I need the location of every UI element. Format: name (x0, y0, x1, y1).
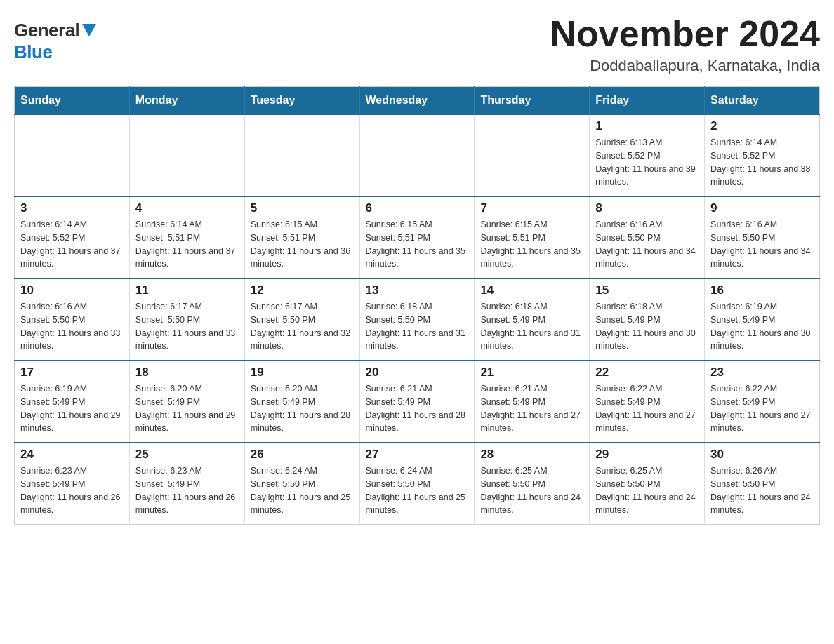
logo-blue-text: Blue (14, 41, 52, 63)
day-info: Sunrise: 6:14 AMSunset: 5:52 PMDaylight:… (20, 218, 124, 271)
calendar-cell: 24Sunrise: 6:23 AMSunset: 5:49 PMDayligh… (15, 443, 130, 525)
day-info: Sunrise: 6:13 AMSunset: 5:52 PMDaylight:… (595, 136, 699, 189)
day-number: 28 (480, 448, 583, 462)
calendar-table: SundayMondayTuesdayWednesdayThursdayFrid… (14, 86, 820, 525)
day-info: Sunrise: 6:20 AMSunset: 5:49 PMDaylight:… (135, 382, 239, 435)
day-number: 29 (595, 448, 699, 462)
location-title: Doddaballapura, Karnataka, India (550, 57, 820, 75)
calendar-week-row: 3Sunrise: 6:14 AMSunset: 5:52 PMDaylight… (15, 196, 820, 279)
calendar-cell: 17Sunrise: 6:19 AMSunset: 5:49 PMDayligh… (15, 361, 130, 443)
day-number: 13 (366, 283, 469, 297)
day-number: 23 (710, 365, 814, 380)
day-number: 11 (135, 283, 239, 297)
calendar-cell: 28Sunrise: 6:25 AMSunset: 5:50 PMDayligh… (475, 443, 590, 525)
day-number: 19 (251, 365, 354, 380)
weekday-header-friday: Friday (590, 87, 705, 115)
day-info: Sunrise: 6:23 AMSunset: 5:49 PMDaylight:… (20, 464, 124, 517)
day-info: Sunrise: 6:22 AMSunset: 5:49 PMDaylight:… (595, 382, 699, 435)
day-number: 10 (20, 283, 124, 297)
day-number: 14 (480, 283, 583, 297)
calendar-cell: 19Sunrise: 6:20 AMSunset: 5:49 PMDayligh… (244, 361, 359, 443)
calendar-cell (475, 114, 590, 196)
day-info: Sunrise: 6:16 AMSunset: 5:50 PMDaylight:… (595, 218, 699, 271)
calendar-cell: 10Sunrise: 6:16 AMSunset: 5:50 PMDayligh… (15, 279, 130, 361)
calendar-cell: 27Sunrise: 6:24 AMSunset: 5:50 PMDayligh… (359, 443, 475, 525)
calendar-cell (244, 114, 359, 196)
day-number: 7 (480, 201, 583, 215)
page-header: General Blue November 2024 Doddaballapur… (14, 14, 820, 75)
calendar-cell: 5Sunrise: 6:15 AMSunset: 5:51 PMDaylight… (244, 196, 359, 279)
calendar-cell: 25Sunrise: 6:23 AMSunset: 5:49 PMDayligh… (129, 443, 244, 525)
calendar-cell: 30Sunrise: 6:26 AMSunset: 5:50 PMDayligh… (705, 443, 820, 525)
day-number: 6 (366, 201, 469, 215)
day-info: Sunrise: 6:21 AMSunset: 5:49 PMDaylight:… (366, 382, 469, 435)
weekday-header-thursday: Thursday (475, 87, 590, 115)
day-number: 16 (710, 283, 814, 297)
day-number: 25 (135, 448, 239, 462)
day-info: Sunrise: 6:18 AMSunset: 5:50 PMDaylight:… (366, 300, 469, 353)
calendar-header-row: SundayMondayTuesdayWednesdayThursdayFrid… (15, 87, 820, 115)
calendar-cell (359, 114, 475, 196)
day-info: Sunrise: 6:23 AMSunset: 5:49 PMDaylight:… (135, 464, 239, 517)
calendar-week-row: 17Sunrise: 6:19 AMSunset: 5:49 PMDayligh… (15, 361, 820, 443)
weekday-header-wednesday: Wednesday (359, 87, 475, 115)
calendar-cell: 18Sunrise: 6:20 AMSunset: 5:49 PMDayligh… (129, 361, 244, 443)
calendar-cell: 23Sunrise: 6:22 AMSunset: 5:49 PMDayligh… (705, 361, 820, 443)
day-number: 22 (595, 365, 699, 380)
calendar-week-row: 1Sunrise: 6:13 AMSunset: 5:52 PMDaylight… (15, 114, 820, 196)
calendar-cell: 16Sunrise: 6:19 AMSunset: 5:49 PMDayligh… (705, 279, 820, 361)
day-info: Sunrise: 6:19 AMSunset: 5:49 PMDaylight:… (20, 382, 124, 435)
day-info: Sunrise: 6:25 AMSunset: 5:50 PMDaylight:… (480, 464, 583, 517)
day-number: 3 (20, 201, 124, 215)
calendar-cell: 9Sunrise: 6:16 AMSunset: 5:50 PMDaylight… (705, 196, 820, 279)
day-number: 27 (366, 448, 469, 462)
calendar-cell: 7Sunrise: 6:15 AMSunset: 5:51 PMDaylight… (475, 196, 590, 279)
calendar-cell: 11Sunrise: 6:17 AMSunset: 5:50 PMDayligh… (129, 279, 244, 361)
logo-triangle-icon (82, 24, 96, 36)
day-number: 1 (595, 119, 699, 133)
day-info: Sunrise: 6:24 AMSunset: 5:50 PMDaylight:… (366, 464, 469, 517)
day-number: 21 (480, 365, 583, 380)
calendar-cell: 29Sunrise: 6:25 AMSunset: 5:50 PMDayligh… (590, 443, 705, 525)
day-number: 8 (595, 201, 699, 215)
day-number: 5 (251, 201, 354, 215)
calendar-cell (129, 114, 244, 196)
calendar-cell: 2Sunrise: 6:14 AMSunset: 5:52 PMDaylight… (705, 114, 820, 196)
day-info: Sunrise: 6:16 AMSunset: 5:50 PMDaylight:… (20, 300, 124, 353)
calendar-cell: 26Sunrise: 6:24 AMSunset: 5:50 PMDayligh… (244, 443, 359, 525)
day-number: 17 (20, 365, 124, 380)
day-info: Sunrise: 6:22 AMSunset: 5:49 PMDaylight:… (710, 382, 814, 435)
day-number: 15 (595, 283, 699, 297)
day-info: Sunrise: 6:16 AMSunset: 5:50 PMDaylight:… (710, 218, 814, 271)
calendar-cell (15, 114, 130, 196)
day-info: Sunrise: 6:24 AMSunset: 5:50 PMDaylight:… (251, 464, 354, 517)
calendar-week-row: 24Sunrise: 6:23 AMSunset: 5:49 PMDayligh… (15, 443, 820, 525)
day-info: Sunrise: 6:15 AMSunset: 5:51 PMDaylight:… (251, 218, 354, 271)
day-info: Sunrise: 6:21 AMSunset: 5:49 PMDaylight:… (480, 382, 583, 435)
logo: General Blue (14, 14, 96, 63)
day-number: 20 (366, 365, 469, 380)
calendar-cell: 22Sunrise: 6:22 AMSunset: 5:49 PMDayligh… (590, 361, 705, 443)
weekday-header-saturday: Saturday (705, 87, 820, 115)
day-number: 12 (251, 283, 354, 297)
calendar-cell: 14Sunrise: 6:18 AMSunset: 5:49 PMDayligh… (475, 279, 590, 361)
calendar-cell: 3Sunrise: 6:14 AMSunset: 5:52 PMDaylight… (15, 196, 130, 279)
day-info: Sunrise: 6:17 AMSunset: 5:50 PMDaylight:… (135, 300, 239, 353)
calendar-week-row: 10Sunrise: 6:16 AMSunset: 5:50 PMDayligh… (15, 279, 820, 361)
calendar-cell: 1Sunrise: 6:13 AMSunset: 5:52 PMDaylight… (590, 114, 705, 196)
day-number: 24 (20, 448, 124, 462)
day-info: Sunrise: 6:15 AMSunset: 5:51 PMDaylight:… (480, 218, 583, 271)
weekday-header-sunday: Sunday (15, 87, 130, 115)
logo-general-text: General (14, 20, 79, 41)
day-number: 2 (710, 119, 814, 133)
day-number: 26 (251, 448, 354, 462)
day-info: Sunrise: 6:14 AMSunset: 5:52 PMDaylight:… (710, 136, 814, 189)
day-number: 9 (710, 201, 814, 215)
weekday-header-tuesday: Tuesday (244, 87, 359, 115)
day-info: Sunrise: 6:18 AMSunset: 5:49 PMDaylight:… (595, 300, 699, 353)
calendar-cell: 4Sunrise: 6:14 AMSunset: 5:51 PMDaylight… (129, 196, 244, 279)
day-info: Sunrise: 6:26 AMSunset: 5:50 PMDaylight:… (710, 464, 814, 517)
day-info: Sunrise: 6:17 AMSunset: 5:50 PMDaylight:… (251, 300, 354, 353)
calendar-cell: 20Sunrise: 6:21 AMSunset: 5:49 PMDayligh… (359, 361, 475, 443)
weekday-header-monday: Monday (129, 87, 244, 115)
